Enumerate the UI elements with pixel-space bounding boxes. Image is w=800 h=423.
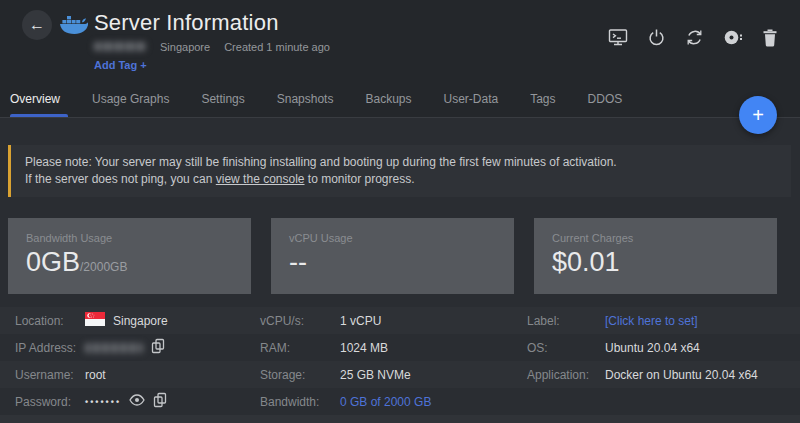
attach-iso-button[interactable] (721, 26, 745, 52)
detail-row: Password: ••••••• (0, 388, 800, 415)
restart-icon (685, 35, 704, 50)
ram-value: 1024 MB (340, 341, 388, 355)
tab-snapshots[interactable]: Snapshots (261, 80, 350, 117)
ip-address-label: IP Address: (15, 341, 85, 355)
vcpu-usage-value: -- (289, 247, 496, 277)
ip-address-value (85, 338, 165, 357)
add-tag-link[interactable]: Add Tag + (94, 59, 147, 71)
os-label: OS: (527, 341, 605, 355)
username-value: root (85, 368, 106, 382)
server-destroy-button[interactable] (760, 26, 780, 52)
set-label-link[interactable]: [Click here to set] (605, 314, 698, 328)
copy-ip-button[interactable] (151, 338, 165, 357)
detail-row: Username: root Storage: 25 GB NVMe Appli… (0, 361, 800, 388)
card-label: Current Charges (552, 232, 759, 244)
username-label: Username: (15, 368, 85, 382)
tab-overview[interactable]: Overview (10, 80, 76, 117)
stat-cards: Bandwidth Usage 0GB/2000GB vCPU Usage --… (8, 218, 777, 294)
server-name-redacted (94, 42, 146, 51)
location-value: Singapore (85, 312, 168, 329)
current-charges-card: Current Charges $0.01 (534, 218, 777, 294)
tab-settings[interactable]: Settings (185, 80, 260, 117)
bandwidth-usage-value: 0GB/2000GB (26, 247, 233, 282)
server-location: Singapore (160, 41, 210, 53)
bandwidth-usage-card: Bandwidth Usage 0GB/2000GB (8, 218, 251, 294)
tab-usage-graphs[interactable]: Usage Graphs (76, 80, 185, 117)
application-label: Application: (527, 368, 605, 382)
power-icon (647, 35, 666, 50)
docker-icon (58, 13, 88, 41)
tab-ddos[interactable]: DDOS (572, 80, 639, 117)
copy-icon (153, 392, 167, 411)
ram-label: RAM: (260, 341, 340, 355)
server-details: Location: Singapore (0, 307, 800, 423)
trash-icon (762, 35, 778, 50)
application-value: Docker on Ubuntu 20.04 x64 (605, 368, 758, 382)
page-header: ← Server Information Singapore Created 1… (0, 0, 800, 80)
view-console-button[interactable] (606, 26, 630, 52)
tab-bar: Overview Usage Graphs Settings Snapshots… (0, 80, 800, 118)
activation-notice: Please note: Your server may still be fi… (8, 145, 791, 197)
notice-line-2: If the server does not ping, you can vie… (25, 171, 775, 188)
current-charges-value: $0.01 (552, 247, 759, 277)
singapore-flag-icon (85, 312, 105, 329)
server-created: Created 1 minute ago (224, 41, 330, 53)
card-label: vCPU Usage (289, 232, 496, 244)
copy-password-button[interactable] (153, 392, 167, 411)
show-password-button[interactable] (129, 394, 145, 409)
back-button[interactable]: ← (22, 10, 52, 40)
header-actions (606, 26, 780, 52)
password-label: Password: (15, 395, 85, 409)
vcpu-value: 1 vCPU (340, 314, 381, 328)
password-value: ••••••• (85, 392, 167, 411)
vcpu-label: vCPU/s: (260, 314, 340, 328)
tab-user-data[interactable]: User-Data (428, 80, 515, 117)
card-label: Bandwidth Usage (26, 232, 233, 244)
bandwidth-label: Bandwidth: (260, 395, 340, 409)
detail-row-partial (0, 415, 800, 423)
eye-icon (129, 394, 145, 409)
tab-backups[interactable]: Backups (349, 80, 427, 117)
server-stop-button[interactable] (645, 26, 668, 52)
password-masked: ••••••• (85, 397, 121, 407)
vcpu-usage-card: vCPU Usage -- (271, 218, 514, 294)
iso-disc-icon (723, 35, 743, 50)
storage-value: 25 GB NVMe (340, 368, 411, 382)
server-restart-button[interactable] (683, 26, 706, 52)
server-information-page: ← Server Information Singapore Created 1… (0, 0, 800, 423)
detail-row: Location: Singapore (0, 307, 800, 334)
notice-line-1: Please note: Your server may still be fi… (25, 154, 775, 171)
view-console-link[interactable]: view the console (216, 172, 305, 186)
os-value: Ubuntu 20.04 x64 (605, 341, 700, 355)
add-button[interactable]: + (739, 96, 777, 134)
ip-address-redacted (85, 343, 143, 353)
bandwidth-link[interactable]: 0 GB of 2000 GB (340, 395, 431, 409)
location-label: Location: (15, 314, 85, 328)
console-icon (608, 35, 628, 50)
tab-tags[interactable]: Tags (514, 80, 571, 117)
label-label: Label: (527, 314, 605, 328)
copy-icon (151, 338, 165, 357)
storage-label: Storage: (260, 368, 340, 382)
detail-row: IP Address: (0, 334, 800, 361)
overview-content: Please note: Your server may still be fi… (0, 145, 800, 423)
